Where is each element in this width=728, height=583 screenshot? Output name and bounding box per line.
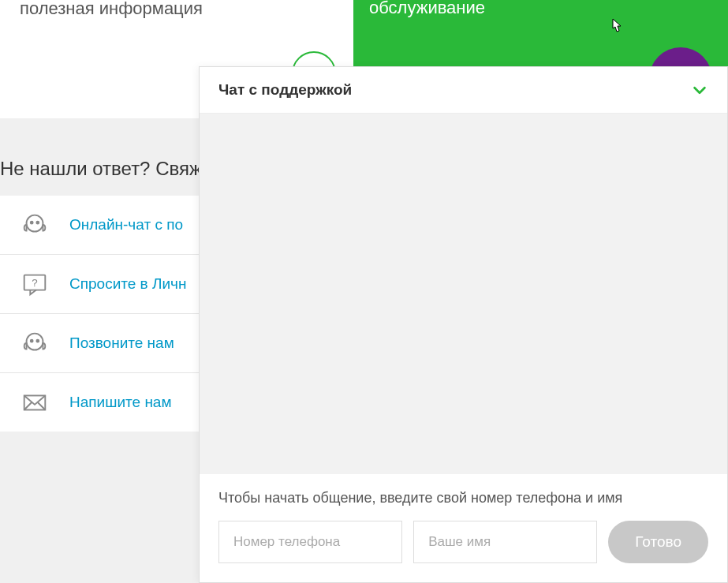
contact-item-call[interactable]: Позвоните нам xyxy=(0,314,205,373)
chat-header: Чат с поддержкой xyxy=(200,67,727,114)
chat-inputs: Готово xyxy=(218,521,708,563)
submit-button[interactable]: Готово xyxy=(608,521,708,563)
chevron-down-icon[interactable] xyxy=(691,81,708,99)
envelope-icon xyxy=(20,387,50,417)
useful-info-text: полезная информация xyxy=(20,0,203,19)
chat-panel: Чат с поддержкой Чтобы начать общение, в… xyxy=(199,66,728,583)
name-input[interactable] xyxy=(413,521,597,563)
phone-input[interactable] xyxy=(218,521,402,563)
contact-item-email[interactable]: Напишите нам xyxy=(0,373,205,432)
contact-item-personal[interactable]: ? Спросите в Личн xyxy=(0,255,205,314)
contact-label: Напишите нам xyxy=(69,394,172,411)
chat-instruction: Чтобы начать общение, введите свой номер… xyxy=(218,490,708,506)
svg-point-0 xyxy=(27,215,43,232)
contact-list: Онлайн-чат с по ? Спросите в Личн Позвон… xyxy=(0,196,205,432)
svg-point-5 xyxy=(27,334,43,350)
svg-point-1 xyxy=(31,222,33,224)
headset-icon xyxy=(20,328,50,358)
question-bubble-icon: ? xyxy=(20,269,50,299)
headset-icon xyxy=(20,210,50,240)
contact-heading: Не нашли ответ? Свяж xyxy=(0,158,202,180)
chat-body xyxy=(200,114,727,474)
svg-text:?: ? xyxy=(32,277,37,289)
svg-point-7 xyxy=(36,340,39,342)
contact-item-online-chat[interactable]: Онлайн-чат с по xyxy=(0,196,205,255)
svg-point-6 xyxy=(31,340,33,342)
service-card-text: обслуживание xyxy=(369,0,485,18)
svg-point-2 xyxy=(36,222,39,224)
cursor-icon xyxy=(607,16,625,38)
contact-label: Спросите в Личн xyxy=(69,275,186,293)
chat-title: Чат с поддержкой xyxy=(218,81,352,99)
chat-footer: Чтобы начать общение, введите свой номер… xyxy=(200,474,727,582)
contact-label: Позвоните нам xyxy=(69,334,174,352)
contact-label: Онлайн-чат с по xyxy=(69,216,183,234)
